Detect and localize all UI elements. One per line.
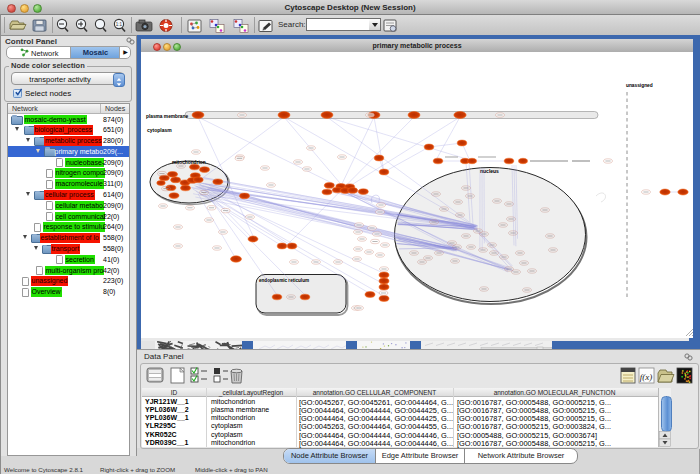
svg-text:f(x): f(x) — [640, 372, 653, 382]
svg-text:mitochondrion: mitochondrion — [172, 160, 206, 165]
svg-text:nucleus: nucleus — [480, 168, 499, 174]
svg-text:1:1: 1:1 — [116, 22, 123, 27]
svg-text:cytoplasm: cytoplasm — [147, 127, 172, 133]
svg-text:plasma membrane: plasma membrane — [146, 114, 188, 119]
svg-text:unassigned: unassigned — [626, 83, 653, 88]
